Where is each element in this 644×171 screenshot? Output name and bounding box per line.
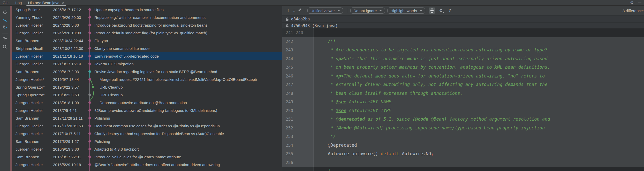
commit-date: 2021/9/17 15:14 bbox=[53, 62, 87, 66]
help-icon[interactable]: ? bbox=[449, 8, 451, 13]
code-text: * bean class itself expresses through an… bbox=[314, 89, 644, 98]
tool-window-title: Git: bbox=[3, 1, 9, 5]
chevron-down-icon bbox=[420, 10, 422, 11]
commit-row[interactable]: Juergen Hoeller2021/9/17 15:14Jakarta EE… bbox=[12, 60, 282, 68]
collapse-icon bbox=[431, 9, 433, 10]
diff-panel: ↑ ↓ Unified viewer Do not ignore Highlig… bbox=[282, 6, 644, 171]
commit-date: 2019/5/7 18:44 bbox=[53, 77, 87, 82]
commit-graph-node bbox=[87, 137, 94, 145]
next-difference-icon[interactable]: ↓ bbox=[291, 8, 297, 13]
line-number: 256 bbox=[282, 158, 314, 167]
code-text: /** bbox=[314, 37, 644, 46]
commit-row[interactable]: Sam Brannen2023/10/24 22:44Fix typo bbox=[12, 37, 282, 44]
commit-row[interactable]: Juergen Hoeller*2019/5/7 18:44Merge pull… bbox=[12, 75, 282, 83]
commit-row[interactable]: Juergen Hoeller2018/7/5 4:41@Bean provid… bbox=[12, 106, 282, 114]
diff-settings-gear-icon[interactable]: ⚙ bbox=[439, 8, 443, 13]
commit-date: 2024/2/20 19:00 bbox=[53, 31, 87, 35]
commit-row[interactable]: Juergen Hoeller2024/2/20 19:00Introduce … bbox=[12, 29, 282, 37]
line-number: 245 bbox=[282, 63, 314, 72]
commit-row[interactable] bbox=[12, 168, 282, 171]
commit-row[interactable]: Sam Brannen2016/9/17 22:01Introduce 'val… bbox=[12, 153, 282, 161]
viewer-mode-select[interactable]: Unified viewer bbox=[307, 7, 343, 14]
code-text: * {@code @Autowired} processing supersed… bbox=[314, 124, 644, 133]
quick-settings-icon[interactable] bbox=[2, 44, 7, 50]
close-icon[interactable]: ✕ bbox=[62, 0, 64, 5]
line-number: 246 bbox=[282, 72, 314, 81]
toolbar-separator bbox=[348, 8, 348, 13]
commit-author: Yanming Zhou* bbox=[12, 15, 53, 20]
line-number bbox=[282, 167, 314, 171]
commit-row[interactable]: Spring Operator*2019/3/22 3:59URL Cleanu… bbox=[12, 91, 282, 99]
diff-code-line: 250 * @see Autowire#BY_TYPE bbox=[282, 106, 644, 115]
commit-author: Juergen Hoeller* bbox=[12, 77, 53, 82]
commit-message: Polishing bbox=[94, 139, 282, 144]
commit-author: Sam Brannen bbox=[12, 38, 53, 43]
ignore-policy-select[interactable]: Do not ignore bbox=[350, 7, 385, 14]
collapse-merges-icon[interactable] bbox=[2, 25, 7, 30]
lock-icon bbox=[286, 17, 289, 21]
commit-date: 2018/9/18 1:09 bbox=[53, 100, 87, 105]
hide-icon[interactable] bbox=[638, 3, 641, 3]
commit-author: Spring Operator* bbox=[12, 93, 53, 97]
collapse-icon-line bbox=[430, 10, 434, 11]
commit-message: Fix typo bbox=[94, 38, 282, 43]
commit-message: @Bean's "autowire" attribute does not af… bbox=[94, 162, 282, 167]
branch-filter-icon[interactable] bbox=[2, 36, 7, 41]
gear-icon[interactable]: ⚙ bbox=[630, 1, 634, 5]
commit-row[interactable]: Juergen Hoeller2017/11/20 19:53Document … bbox=[12, 122, 282, 130]
highlight-mode-select[interactable]: Highlight words bbox=[387, 7, 425, 14]
commit-author: Sam Brannen bbox=[12, 155, 53, 159]
commit-row[interactable]: Juergen Hoeller2021/11/18 16:18Early rem… bbox=[12, 52, 282, 60]
tab-log[interactable]: Log bbox=[12, 0, 25, 6]
line-number: 243 bbox=[282, 46, 314, 55]
commit-message: Adapted to 4.3.3 backport bbox=[94, 147, 282, 151]
commit-row[interactable]: Juergen Hoeller2018/9/18 1:09Deprecate a… bbox=[12, 99, 282, 106]
commit-row[interactable]: Juergen Hoeller2017/10/17 5:11Clarify de… bbox=[12, 130, 282, 137]
diff-code-line: 251 * @deprecated as of 5.1, since {@cod… bbox=[282, 115, 644, 124]
commit-row[interactable]: Juergen Hoeller2016/5/29 19:19@Bean's "a… bbox=[12, 161, 282, 168]
commit-author: Sam Brannen bbox=[12, 69, 53, 74]
edit-source-icon[interactable] bbox=[297, 8, 302, 13]
chevron-down-icon bbox=[337, 10, 340, 11]
commit-row[interactable]: Spring Builds*2025/6/17 17:12Update copy… bbox=[12, 6, 282, 13]
refresh-icon[interactable] bbox=[2, 10, 7, 15]
code-text bbox=[314, 158, 644, 167]
commit-message: Replace 'e.g.' with 'for example' in doc… bbox=[94, 15, 282, 20]
commit-author: Spring Builds* bbox=[12, 7, 53, 12]
commit-row[interactable]: Spring Operator*2019/3/22 3:57URL Cleanu… bbox=[12, 83, 282, 91]
expand-icon bbox=[431, 11, 433, 13]
collapse-unchanged-toggle[interactable] bbox=[429, 7, 435, 14]
commit-row[interactable]: Sam Brannen2020/8/17 2:03Revise Javadoc … bbox=[12, 68, 282, 75]
commit-message: Document common use cases for @Order vs … bbox=[94, 124, 282, 128]
commit-graph-node bbox=[87, 44, 94, 52]
code-text: / bbox=[314, 167, 644, 171]
code-text: Autowire autowire() default Autowire.NO; bbox=[314, 150, 644, 158]
diff-editor[interactable]: 241 240242 /**243 * Are dependencies to … bbox=[282, 28, 644, 171]
commit-date: 2017/3/29 1:27 bbox=[53, 139, 87, 144]
commit-author: Juergen Hoeller bbox=[12, 31, 53, 35]
commit-row[interactable]: Stéphane Nicoll2023/10/24 22:00Clarify t… bbox=[12, 44, 282, 52]
diff-code-line: 241 240 bbox=[282, 28, 644, 37]
code-text: * Are dependencies to be injected via co… bbox=[314, 46, 644, 55]
commit-date: 2016/5/29 19:19 bbox=[53, 162, 87, 167]
previous-difference-icon[interactable]: ↑ bbox=[285, 8, 291, 13]
diff-code-line: 252 * {@code @Autowired} processing supe… bbox=[282, 124, 644, 133]
commit-author: Juergen Hoeller bbox=[12, 131, 53, 136]
line-number: 247 bbox=[282, 80, 314, 89]
commit-row[interactable]: Yanming Zhou*2024/9/26 20:03Replace 'e.g… bbox=[12, 13, 282, 21]
line-number: 248 bbox=[282, 89, 314, 98]
commit-message: URL Cleanup bbox=[94, 93, 282, 97]
tab-history-bean-java[interactable]: History: Bean.java ✕ bbox=[25, 0, 67, 6]
tab-log-label: Log bbox=[15, 0, 22, 5]
commit-date: 2018/7/5 4:41 bbox=[53, 108, 87, 113]
tab-history-label: History: Bean.java bbox=[28, 0, 59, 5]
commit-author: Juergen Hoeller bbox=[12, 54, 53, 58]
commit-row[interactable]: Juergen Hoeller2016/9/19 3:33Adapted to … bbox=[12, 145, 282, 153]
revision-row[interactable]: d84ca2ba bbox=[282, 15, 644, 22]
commit-row[interactable]: Sam Brannen2017/11/28 21:11Polishing bbox=[12, 114, 282, 122]
collapse-linear-branches-icon[interactable] bbox=[2, 18, 7, 23]
commit-row[interactable]: Sam Brannen2017/3/29 1:27Polishing bbox=[12, 137, 282, 145]
toolbar-separator bbox=[305, 8, 305, 13]
commit-row[interactable]: Juergen Hoeller2024/2/28 5:33Introduce b… bbox=[12, 21, 282, 29]
commit-date: 2020/8/17 2:03 bbox=[53, 69, 87, 74]
